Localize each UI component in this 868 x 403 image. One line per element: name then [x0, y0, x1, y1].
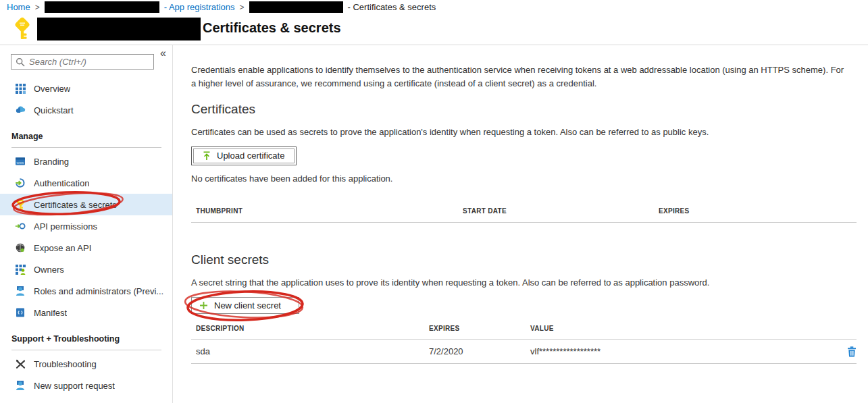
- client-secret-row: sda 7/2/2020 vlf******************: [191, 340, 857, 364]
- certificates-heading: Certificates: [191, 102, 255, 117]
- column-description: DESCRIPTION: [196, 325, 429, 339]
- column-start-date: START DATE: [463, 207, 659, 222]
- search-icon: [16, 57, 25, 67]
- sidebar-item-roles-administrators[interactable]: Roles and administrators (Previ...: [0, 280, 172, 302]
- new-client-secret-button[interactable]: New client secret: [191, 297, 299, 314]
- section-divider: [11, 350, 161, 350]
- breadcrumb-app-registrations[interactable]: - App registrations: [164, 2, 235, 12]
- sidebar-item-label: Roles and administrators (Previ...: [34, 286, 163, 296]
- client-secrets-description: A secret string that the application use…: [191, 277, 709, 288]
- sidebar-item-label: Troubleshooting: [34, 359, 97, 369]
- certificates-description: Certificates can be used as secrets to p…: [191, 127, 709, 137]
- expose-api-globe-icon: [15, 242, 26, 253]
- no-certificates-message: No certificates have been added for this…: [191, 173, 392, 184]
- secret-value-cell: vlf******************: [530, 346, 832, 356]
- troubleshooting-tools-icon: [15, 358, 26, 369]
- client-secrets-heading: Client secrets: [191, 252, 269, 267]
- sidebar-item-label: Owners: [34, 265, 64, 275]
- sidebar-item-expose-api[interactable]: Expose an API: [0, 237, 172, 259]
- sidebar-item-label: Expose an API: [34, 243, 91, 253]
- sidebar-item-branding[interactable]: www Branding: [0, 151, 172, 172]
- credentials-intro-text: Credentials enable applications to ident…: [191, 63, 845, 90]
- client-secrets-table-header: DESCRIPTION EXPIRES VALUE: [191, 322, 857, 340]
- certificates-table-header: THUMBPRINT START DATE EXPIRES: [191, 205, 857, 223]
- breadcrumb-current: - Certificates & secrets: [348, 2, 436, 12]
- search-input[interactable]: [29, 57, 149, 67]
- owners-icon: [15, 264, 26, 275]
- column-value: VALUE: [530, 325, 832, 339]
- breadcrumb: Home > - App registrations > - Certifica…: [0, 0, 868, 14]
- secret-expires-cell: 7/2/2020: [429, 346, 530, 356]
- quickstart-cloud-icon: [15, 105, 26, 115]
- sidebar-item-authentication[interactable]: Authentication: [0, 172, 172, 194]
- upload-certificate-label: Upload certificate: [217, 151, 284, 161]
- sidebar-nav: Overview Quickstart Manage www Branding …: [0, 78, 172, 396]
- sidebar-item-label: Authentication: [34, 178, 89, 188]
- sidebar-search: [11, 54, 154, 70]
- key-icon: [15, 199, 26, 210]
- redacted-app-title: [37, 18, 201, 41]
- sidebar-item-troubleshooting[interactable]: Troubleshooting: [0, 353, 172, 375]
- redacted-directory-name: [45, 1, 159, 13]
- main-content: Credentials enable applications to ident…: [191, 45, 868, 403]
- sidebar-item-new-support-request[interactable]: New support request: [0, 375, 172, 396]
- secret-description-cell: sda: [196, 346, 429, 356]
- breadcrumb-separator: >: [239, 3, 244, 12]
- sidebar-item-label: Overview: [34, 84, 70, 94]
- plus-icon: [199, 301, 208, 310]
- page-title: Certificates & secrets: [203, 20, 341, 36]
- branding-www-icon: www: [15, 156, 26, 167]
- support-person-icon: [15, 380, 26, 391]
- sidebar-section-manage: Manage: [0, 121, 172, 144]
- sidebar-item-owners[interactable]: Owners: [0, 259, 172, 280]
- sidebar-item-label: New support request: [34, 381, 115, 391]
- redacted-app-name: [249, 1, 343, 13]
- sidebar-item-label: Quickstart: [34, 105, 74, 115]
- new-client-secret-label: New client secret: [214, 300, 281, 311]
- overview-grid-icon: [15, 83, 26, 94]
- sidebar-item-label: Branding: [34, 157, 69, 167]
- section-divider: [11, 147, 161, 148]
- breadcrumb-home[interactable]: Home: [7, 2, 30, 12]
- key-icon: [14, 18, 30, 43]
- sidebar-item-certificates-secrets[interactable]: Certificates & secrets: [0, 194, 172, 215]
- trash-icon: [847, 349, 857, 359]
- svg-text:www: www: [17, 161, 24, 165]
- sidebar-item-label: Certificates & secrets: [34, 200, 117, 210]
- manifest-icon: [15, 307, 26, 318]
- delete-secret-button[interactable]: [847, 346, 857, 357]
- api-permissions-icon: [15, 221, 26, 232]
- sidebar: « Overview Quickstart Manage www Brandin…: [0, 45, 173, 403]
- sidebar-item-quickstart[interactable]: Quickstart: [0, 99, 172, 121]
- roles-admin-icon: [15, 286, 26, 296]
- sidebar-item-label: Manifest: [34, 308, 67, 318]
- column-thumbprint: THUMBPRINT: [196, 207, 463, 222]
- upload-certificate-button[interactable]: Upload certificate: [191, 146, 297, 165]
- sidebar-collapse-icon[interactable]: «: [160, 47, 166, 59]
- upload-icon: [202, 151, 211, 161]
- sidebar-item-overview[interactable]: Overview: [0, 78, 172, 99]
- sidebar-item-api-permissions[interactable]: API permissions: [0, 215, 172, 237]
- sidebar-section-support: Support + Troubleshooting: [0, 323, 172, 347]
- authentication-icon: [15, 178, 26, 188]
- column-expires: EXPIRES: [429, 325, 530, 339]
- page-header: Certificates & secrets: [0, 14, 868, 45]
- breadcrumb-separator: >: [35, 3, 40, 12]
- sidebar-item-manifest[interactable]: Manifest: [0, 302, 172, 323]
- column-expires: EXPIRES: [659, 207, 857, 222]
- sidebar-item-label: API permissions: [34, 221, 97, 232]
